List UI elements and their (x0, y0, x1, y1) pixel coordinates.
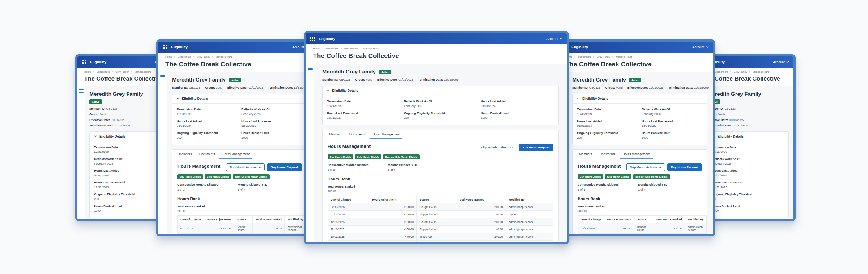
hamburger-menu-icon[interactable] (308, 66, 313, 70)
eligibility-details-title: Eligibility Details (582, 97, 608, 101)
page-title: The Coffee Break Collective (313, 52, 560, 59)
chevron-down-icon (177, 98, 180, 100)
tab-members[interactable]: Members (176, 150, 195, 159)
breadcrumb-manage-hours[interactable]: Manage Hours (616, 55, 632, 58)
remove-skip-month-eligible-badge: Remove Skip Month Eligible (633, 174, 670, 179)
member-tabs-card: Members Documents Hours Management Hours… (322, 130, 559, 244)
app-launcher-grid-icon[interactable] (310, 37, 314, 41)
breadcrumb-separator: > (341, 47, 342, 50)
breadcrumb-grey-family[interactable]: Grey Family (196, 55, 210, 58)
breadcrumb-manage-hours[interactable]: Manage Hours (364, 47, 379, 50)
account-menu[interactable]: Account (773, 60, 789, 64)
remove-skip-month-eligible-badge: Remove Skip Month Eligible (383, 154, 420, 159)
app-launcher-grid-icon[interactable] (82, 60, 86, 64)
responsive-preview-canvas: Eligibility Account Home > Subscribers >… (0, 0, 868, 274)
breadcrumb-home[interactable]: Home (165, 55, 172, 58)
member-meta: Member ID: CBC123 Group: Venti Effective… (572, 86, 707, 89)
eligibility-badges: Buy Hours Eligible Skip Month Eligible R… (177, 174, 302, 179)
breadcrumb-subscribers[interactable]: Subscribers (578, 55, 591, 58)
tab-members[interactable]: Members (577, 150, 595, 159)
hamburger-menu-icon[interactable] (79, 89, 84, 93)
col-source: Source (634, 216, 653, 223)
hours-bank-table: Date of Change Hours Adjustment Source T… (578, 215, 707, 237)
page-title: The Coffee Break Collective (565, 60, 706, 68)
eligibility-details-title: Eligibility Details (718, 135, 744, 138)
tab-bar: Members Documents Hours Management (573, 150, 707, 159)
buy-hours-request-button[interactable]: Buy Hours Request (267, 163, 302, 171)
top-nav-bar: Eligibility Account (158, 42, 313, 53)
hours-bank-title: Hours Bank (578, 196, 702, 201)
tab-documents[interactable]: Documents (196, 150, 218, 159)
breadcrumb-grey-family[interactable]: Grey Family (116, 71, 129, 73)
breadcrumb-home[interactable]: Home (84, 71, 91, 73)
app-title: Eligibility (571, 45, 588, 49)
tab-documents[interactable]: Documents (347, 130, 368, 139)
collapsed-sidebar (306, 64, 314, 242)
field-reflects-work-as-of: Reflects Work As Of February 2026 (642, 108, 703, 116)
breadcrumb-grey-family[interactable]: Grey Family (597, 55, 610, 58)
breadcrumb-home[interactable]: Home (313, 47, 319, 50)
breadcrumb-subscribers[interactable]: Subscribers (715, 71, 728, 73)
buy-hours-request-button[interactable]: Buy Hours Request (668, 163, 702, 171)
field-hours-banked-limit: Hours Banked Limit 1000 (94, 204, 166, 212)
eligibility-details-title: Eligibility Details (182, 97, 208, 101)
table-header-row: Date of Change Hours Adjustment Source T… (578, 216, 707, 223)
member-group: Group: Venti (708, 112, 789, 116)
eligibility-details-toggle[interactable]: Eligibility Details (708, 132, 788, 141)
account-menu-label: Account (773, 60, 785, 64)
eligibility-details-toggle[interactable]: Eligibility Details (173, 94, 307, 104)
breadcrumb-grey-family[interactable]: Grey Family (734, 71, 747, 73)
tab-bar: Members Documents Hours Management (322, 130, 558, 139)
breadcrumb-manage-hours[interactable]: Manage Hours (216, 55, 232, 58)
app-launcher-grid-icon[interactable] (163, 45, 167, 49)
field-hours-last-processed: Hours Last Processed 12/31/2023 (94, 181, 166, 189)
member-termination-date: Termination Date: 12/31/9999 (668, 86, 709, 89)
status-badge: Active (229, 78, 241, 82)
breadcrumb-subscribers[interactable]: Subscribers (178, 55, 191, 58)
tab-members[interactable]: Members (326, 130, 345, 139)
total-hours-banked-label: Total Hours Banked (328, 185, 554, 188)
breadcrumb: Home > Subscribers > Grey Family > Manag… (313, 47, 560, 50)
field-hours-last-added: Hours Last Added 01/01/2024 (481, 100, 554, 108)
breadcrumb-separator: > (730, 71, 732, 73)
buy-hours-eligible-badge: Buy Hours Eligible (328, 154, 353, 159)
skip-month-actions-button[interactable]: Skip Month Actions (626, 163, 665, 171)
tab-hours-management[interactable]: Hours Management (620, 150, 653, 159)
member-name: Meredith Grey Family (572, 77, 626, 83)
hours-bank-title: Hours Bank (177, 196, 302, 201)
col-total-hours-banked: Total Hours Banked (653, 216, 685, 223)
col-date-of-change: Date of Change (328, 196, 369, 203)
skip-stats: Consecutive Months Skipped 1 of 2 Months… (578, 183, 702, 191)
buy-hours-request-button[interactable]: Buy Hours Request (519, 143, 554, 151)
member-meta: Member ID: CBC123 Group: Venti Effective… (172, 86, 307, 89)
eligibility-details-toggle[interactable]: Eligibility Details (322, 86, 558, 95)
buy-hours-eligible-badge: Buy Hours Eligible (177, 174, 203, 179)
eligibility-badges: Buy Hours Eligible Skip Month Eligible R… (578, 174, 702, 179)
account-menu[interactable]: Account (692, 45, 709, 49)
breadcrumb-grey-family[interactable]: Grey Family (344, 47, 358, 50)
field-reflects-work-as-of: Reflects Work As Of February 2026 (712, 157, 784, 165)
account-menu[interactable]: Account (546, 37, 562, 40)
total-hours-banked-value: 200.00 (328, 189, 554, 193)
field-reflects-work-as-of: Reflects Work As Of February 2026 (404, 100, 477, 108)
window-tablet-left: Eligibility Account Home > Subscribers >… (156, 39, 315, 237)
tab-documents[interactable]: Documents (597, 150, 618, 159)
table-header-row: Date of Change Hours Adjustment Source T… (178, 216, 307, 223)
breadcrumb-subscribers[interactable]: Subscribers (97, 71, 110, 73)
breadcrumb-separator: > (212, 55, 214, 58)
skip-month-actions-button[interactable]: Skip Month Actions (478, 143, 516, 151)
member-id: Member ID: CBC123 (708, 107, 789, 110)
tab-hours-management[interactable]: Hours Management (219, 150, 252, 159)
skip-month-actions-button[interactable]: Skip Month Actions (226, 163, 265, 171)
breadcrumb-manage-hours[interactable]: Manage Hours (135, 71, 151, 73)
breadcrumb-manage-hours[interactable]: Manage Hours (753, 71, 769, 73)
tab-hours-management[interactable]: Hours Management (370, 130, 402, 139)
hamburger-menu-icon[interactable] (160, 75, 165, 78)
table-row: 01/01/2026 -200.00 Skipped Month 40.00 S… (328, 211, 554, 218)
field-ongoing-eligibility-threshold: Ongoing Eligibility Threshold 200 (94, 192, 166, 200)
eligibility-details-toggle[interactable]: Eligibility Details (573, 94, 707, 104)
breadcrumb: Home > Subscribers > Grey Family > Manag… (565, 55, 706, 58)
app-title: Eligibility (319, 37, 335, 40)
breadcrumb-separator: > (112, 71, 113, 73)
breadcrumb-subscribers[interactable]: Subscribers (326, 47, 338, 50)
